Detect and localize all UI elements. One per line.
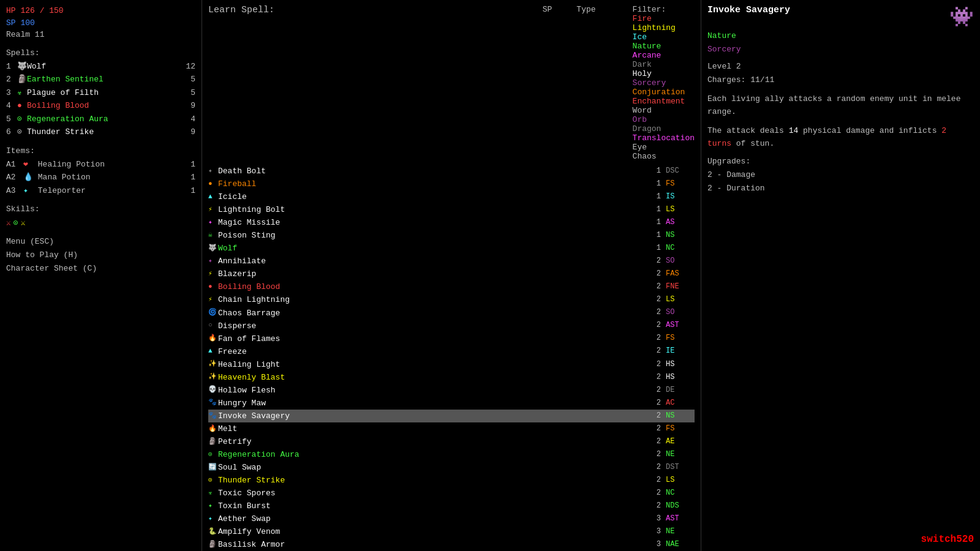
list-item[interactable]: 🔥 Fan of Flames 2 FS (208, 332, 695, 345)
spell-name: Melt (218, 422, 639, 435)
list-item[interactable]: 🐍 Amplify Venom 3 NE (208, 525, 695, 538)
filter-label: Filter: (633, 5, 695, 14)
detail-level: Level 2 Charges: 11/11 (707, 60, 974, 87)
spell-icon: 🌀 (208, 307, 218, 318)
list-item[interactable]: ○ Disperse 2 AST (208, 320, 695, 332)
item-row-1: A1 ❤ Healing Potion 1 (6, 158, 195, 171)
list-item[interactable]: ✦ Annihilate 2 SO (208, 255, 695, 268)
hp-label: HP (6, 6, 16, 15)
filter-ice[interactable]: Ice (633, 32, 695, 42)
list-item[interactable]: ☣ Toxic Spores 2 NC (208, 487, 695, 500)
filter-word[interactable]: Word (633, 106, 695, 115)
list-item[interactable]: ✦ Death Bolt 1 DSC (208, 165, 695, 178)
list-item[interactable]: 💀 Hollow Flesh 2 DE (208, 384, 695, 397)
filter-conjuration[interactable]: Conjuration (633, 88, 695, 97)
filter-dragon[interactable]: Dragon (633, 124, 695, 133)
filter-holy[interactable]: Holy (633, 69, 695, 78)
list-item[interactable]: ▲ Icicle 1 IS (208, 190, 695, 203)
list-item[interactable]: 🐺 Wolf 1 NC (208, 242, 695, 255)
spell-icon: ⚡ (208, 294, 218, 305)
spell-name: Toxin Burst (218, 500, 639, 512)
spell-icon: ⊙ (208, 449, 218, 460)
mana-potion-icon: 💧 (23, 171, 33, 184)
type-column-header: Type (576, 5, 595, 161)
list-item[interactable]: 🔥 Melt 2 FS (208, 422, 695, 435)
list-item[interactable]: ⚡ Chain Lightning 2 LS (208, 293, 695, 306)
spell-name: Chain Lightning (218, 293, 639, 306)
list-item[interactable]: ✦ Magic Missile 1 AS (208, 216, 695, 229)
learn-spell-title: Learn Spell: (208, 5, 274, 15)
list-item[interactable]: 🌀 Chaos Barrage 2 SO (208, 307, 695, 320)
spell-icon: ▲ (208, 192, 218, 203)
spell-name: Lightning Bolt (218, 203, 639, 216)
filter-fire[interactable]: Fire (633, 14, 695, 23)
list-item[interactable]: ✦ Toxin Burst 2 NDS (208, 500, 695, 512)
level-label: Level (707, 62, 731, 71)
list-item[interactable]: 🐾 Hungry Maw 2 AC (208, 397, 695, 410)
spell-name: Hungry Maw (218, 397, 639, 410)
thunder-strike-icon: ⊙ (17, 126, 27, 138)
list-item[interactable]: 🗿 Petrify 2 AE (208, 435, 695, 448)
list-item-invoke-savagery[interactable]: 🐾 Invoke Savagery 2 NS (208, 410, 695, 422)
filter-lightning[interactable]: Lightning (633, 23, 695, 32)
list-item[interactable]: ✨ Healing Light 2 HS (208, 358, 695, 371)
charges-value: 11/11 (750, 75, 774, 84)
spell-name: Boiling Blood (218, 280, 639, 293)
spell-name: Fireball (218, 178, 639, 190)
filter-sorcery[interactable]: Sorcery (633, 78, 695, 88)
spell-icon: 🗿 (208, 539, 218, 550)
healing-potion-icon: ❤ (23, 158, 33, 171)
upgrade-duration: 2 - Duration (707, 182, 974, 195)
list-item[interactable]: ✨ Heavenly Blast 2 HS (208, 371, 695, 384)
spell-row-2: 2 🗿 Earthen Sentinel 5 (6, 73, 195, 86)
menu-help: How to Play (H) (6, 249, 195, 262)
list-item[interactable]: ● Fireball 1 FS (208, 178, 695, 190)
list-item[interactable]: ☠ Poison Sting 1 NS (208, 229, 695, 242)
skills-header: Skills: (6, 202, 195, 216)
spell-name: Fan of Flames (218, 332, 639, 345)
upgrades-header: Upgrades: (707, 157, 974, 166)
spell-name: Aether Swap (218, 512, 639, 525)
filter-translocation[interactable]: Translocation (633, 133, 695, 143)
spell-name: Invoke Savagery (218, 410, 639, 422)
list-item[interactable]: ▲ Freeze 2 IE (208, 345, 695, 358)
filter-nature[interactable]: Nature (633, 42, 695, 51)
middle-panel: Learn Spell: SP Type Filter: Fire Lightn… (202, 0, 701, 551)
list-item[interactable]: ⚡ Lightning Bolt 1 LS (208, 203, 695, 216)
filter-chaos[interactable]: Chaos (633, 152, 695, 161)
spell-name: Chaos Barrage (218, 307, 639, 320)
filter-enchantment[interactable]: Enchantment (633, 97, 695, 106)
list-item[interactable]: ⊙ Thunder Strike 2 LS (208, 474, 695, 487)
spell-row-1: 1 🐺 Wolf 12 (6, 60, 195, 73)
list-item[interactable]: ● Boiling Blood 2 FNE (208, 280, 695, 293)
list-item[interactable]: ⊙ Regeneration Aura 2 NE (208, 448, 695, 461)
item-row-3: A3 ✦ Teleporter 1 (6, 184, 195, 197)
list-item[interactable]: ✦ Aether Swap 3 AST (208, 512, 695, 525)
earthen-sentinel-icon: 🗿 (17, 73, 27, 86)
spell-name: Annihilate (218, 255, 639, 268)
regen-aura-icon: ⊙ (17, 113, 27, 126)
spell-icon: 🔄 (208, 462, 218, 473)
spell-icon: 🐾 (208, 397, 218, 408)
filter-eye[interactable]: Eye (633, 143, 695, 152)
filter-dark[interactable]: Dark (633, 60, 695, 69)
filter-orb[interactable]: Orb (633, 115, 695, 124)
spell-icon: 🗿 (208, 437, 218, 448)
spell-icon: ☠ (208, 230, 218, 241)
detail-description-1: Each living ally attacks a random enemy … (707, 93, 974, 119)
filter-arcane[interactable]: Arcane (633, 51, 695, 60)
boiling-blood-icon: ● (17, 99, 27, 112)
spell-name: Toxic Spores (218, 487, 639, 500)
list-item[interactable]: 🗿 Basilisk Armor 3 NAE (208, 538, 695, 551)
spell-icon: ⊙ (208, 475, 218, 486)
spell-name: Thunder Strike (218, 474, 639, 487)
list-item[interactable]: 🔄 Soul Swap 2 DST (208, 461, 695, 474)
spells-header: Spells: (6, 46, 195, 60)
item-row-2: A2 💧 Mana Potion 1 (6, 171, 195, 184)
level-value: 2 (736, 62, 741, 71)
spell-name: Hollow Flesh (218, 384, 639, 397)
sp-label: SP (6, 18, 16, 28)
plague-icon: ☣ (17, 86, 27, 99)
spell-name: Petrify (218, 435, 639, 448)
list-item[interactable]: ⚡ Blazerip 2 FAS (208, 268, 695, 280)
